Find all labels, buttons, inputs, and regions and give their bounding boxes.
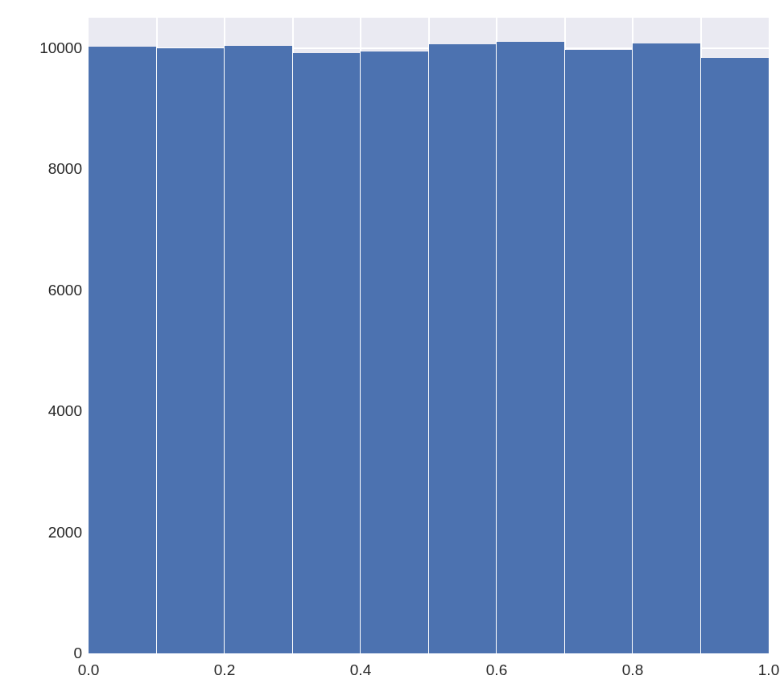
histogram-bar — [293, 53, 361, 653]
histogram-bar — [565, 50, 633, 653]
x-tick-label: 1.0 — [758, 661, 779, 679]
y-tick-label: 6000 — [48, 282, 82, 299]
histogram-bar — [497, 42, 565, 653]
y-tick-label: 0 — [73, 645, 82, 662]
histogram-bar — [429, 44, 497, 653]
histogram-bar — [89, 47, 157, 653]
y-tick-label: 4000 — [48, 402, 82, 420]
histogram-bar — [157, 48, 225, 653]
histogram-bar — [225, 46, 293, 653]
histogram-bar — [701, 58, 770, 653]
x-tick-label: 0.4 — [350, 661, 371, 679]
x-tick-label: 0.2 — [214, 661, 235, 679]
histogram-bar — [633, 43, 701, 653]
x-tick-label: 0.8 — [622, 661, 643, 679]
x-tick-label: 0.6 — [486, 661, 507, 679]
y-tick-label: 2000 — [48, 524, 82, 542]
y-tick-label: 10000 — [39, 39, 82, 57]
x-tick-label: 0.0 — [78, 661, 99, 679]
chart-plot-area — [89, 18, 769, 653]
histogram-bar — [361, 51, 429, 653]
y-tick-label: 8000 — [48, 160, 82, 178]
